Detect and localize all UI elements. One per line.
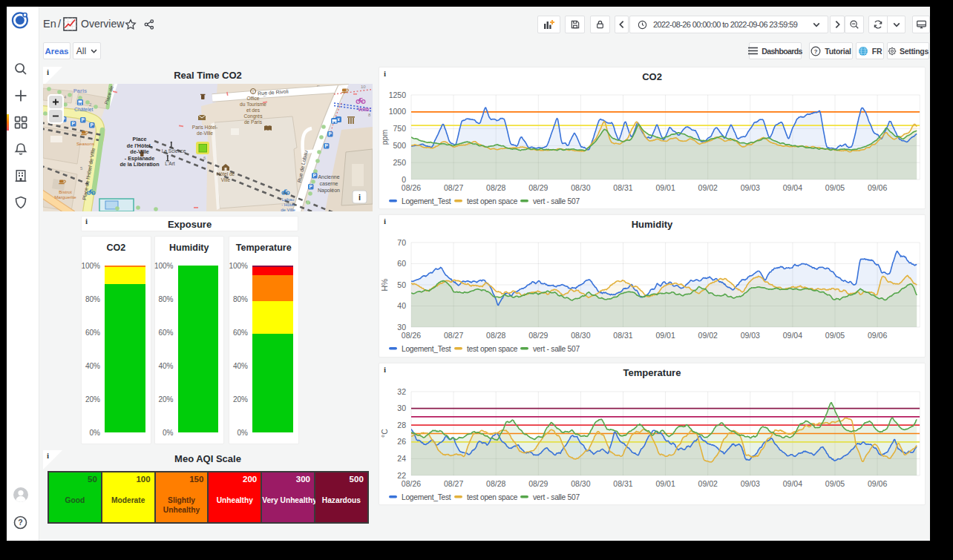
svg-text:750: 750 <box>393 124 406 133</box>
svg-text:09/05: 09/05 <box>825 479 845 488</box>
svg-text:08/26: 08/26 <box>402 479 421 488</box>
svg-text:0: 0 <box>402 175 406 184</box>
svg-text:26: 26 <box>397 437 406 446</box>
svg-text:ppm: ppm <box>380 130 389 145</box>
svg-text:P: P <box>313 173 317 178</box>
svg-text:08/27: 08/27 <box>444 183 463 192</box>
svg-text:?: ? <box>18 518 22 527</box>
svg-text:test open space: test open space <box>467 197 518 205</box>
svg-text:250: 250 <box>393 158 406 167</box>
svg-text:08/26: 08/26 <box>402 331 421 340</box>
svg-text:de-Ville: de-Ville <box>197 131 213 136</box>
svg-text:i: i <box>358 193 361 202</box>
svg-text:vert - salle 507: vert - salle 507 <box>533 197 580 205</box>
svg-text:vert - salle 507: vert - salle 507 <box>533 493 580 501</box>
svg-text:P: P <box>325 143 329 148</box>
svg-text:09/04: 09/04 <box>783 183 802 192</box>
svg-text:test open space: test open space <box>467 493 518 501</box>
svg-text:Logement_Test: Logement_Test <box>402 197 451 205</box>
svg-text:Ville: Ville <box>221 177 231 182</box>
svg-text:P: P <box>91 122 94 128</box>
svg-text:Congrès: Congrès <box>244 113 263 119</box>
svg-text:←: ← <box>316 84 321 88</box>
svg-text:test open space: test open space <box>467 345 518 353</box>
svg-text:Paris Hôtel-: Paris Hôtel- <box>192 125 217 130</box>
svg-text:Office: Office <box>246 96 259 101</box>
svg-text:09/03: 09/03 <box>741 331 760 340</box>
svg-text:08/28: 08/28 <box>486 183 505 192</box>
svg-text:de la Libération: de la Libération <box>119 161 159 168</box>
svg-text:08/31: 08/31 <box>613 331 632 340</box>
svg-text:?: ? <box>814 47 818 54</box>
svg-text:08/31: 08/31 <box>613 183 632 192</box>
svg-text:70: 70 <box>397 238 406 247</box>
svg-text:08/30: 08/30 <box>571 331 590 340</box>
svg-text:Napoléon: Napoléon <box>318 188 340 194</box>
svg-text:09/01: 09/01 <box>655 183 675 192</box>
svg-text:P: P <box>72 121 76 126</box>
svg-text:22: 22 <box>397 471 406 480</box>
svg-text:08/26: 08/26 <box>402 183 421 192</box>
svg-text:09/05: 09/05 <box>825 183 845 192</box>
svg-text:40: 40 <box>397 301 406 310</box>
svg-text:Lobau: Lobau <box>282 197 295 202</box>
svg-text:08/29: 08/29 <box>528 183 548 192</box>
svg-text:08/28: 08/28 <box>486 479 505 488</box>
svg-text:du Tourisme: du Tourisme <box>240 102 266 107</box>
svg-text:Ancienne: Ancienne <box>318 174 339 179</box>
svg-text:Châtelet: Châtelet <box>74 107 93 112</box>
svg-text:Bistrot: Bistrot <box>59 189 72 194</box>
svg-text:P: P <box>82 117 85 122</box>
svg-text:←: ← <box>263 93 267 98</box>
svg-text:500: 500 <box>393 141 406 150</box>
svg-text:08/27: 08/27 <box>444 479 463 488</box>
svg-text:09/02: 09/02 <box>698 331 718 340</box>
svg-text:et des: et des <box>246 108 261 113</box>
svg-text:1250: 1250 <box>389 90 407 99</box>
svg-text:- Hôtel: - Hôtel <box>281 202 295 207</box>
svg-text:60: 60 <box>397 259 406 268</box>
svg-text:Seasons: Seasons <box>76 141 94 146</box>
svg-text:08/31: 08/31 <box>613 479 632 488</box>
svg-text:09/02: 09/02 <box>698 479 718 488</box>
svg-text:08/29: 08/29 <box>528 479 548 488</box>
svg-text:°C: °C <box>380 429 389 438</box>
svg-text:08/30: 08/30 <box>571 183 590 192</box>
svg-text:09/04: 09/04 <box>783 479 802 488</box>
svg-text:09/06: 09/06 <box>868 331 887 340</box>
svg-text:09/03: 09/03 <box>741 479 760 488</box>
svg-text:09/01: 09/01 <box>655 331 675 340</box>
svg-text:Velib': Velib' <box>358 107 370 112</box>
svg-text:L'Art: L'Art <box>165 161 175 166</box>
svg-text:1000: 1000 <box>389 107 407 116</box>
svg-text:24: 24 <box>397 454 406 463</box>
svg-text:caserne: caserne <box>320 181 338 186</box>
svg-text:08/28: 08/28 <box>486 331 505 340</box>
svg-text:30: 30 <box>397 403 406 412</box>
svg-text:30: 30 <box>397 323 406 332</box>
svg-text:10: 10 <box>361 85 366 89</box>
svg-text:La Science: La Science <box>162 148 186 154</box>
svg-text:28: 28 <box>397 421 406 429</box>
svg-text:P: P <box>310 184 313 189</box>
svg-text:de Paris: de Paris <box>244 119 263 125</box>
svg-text:Paris: Paris <box>73 88 87 94</box>
svg-text:i: i <box>252 90 253 94</box>
svg-text:09/06: 09/06 <box>868 183 887 192</box>
svg-text:Marguerite: Marguerite <box>54 194 76 200</box>
svg-text:09/04: 09/04 <box>783 331 802 340</box>
svg-text:08/29: 08/29 <box>528 331 548 340</box>
svg-text:Logement_Test: Logement_Test <box>402 493 451 501</box>
svg-text:09/01: 09/01 <box>655 479 675 488</box>
svg-text:de Ville: de Ville <box>281 208 295 211</box>
svg-text:Logement_Test: Logement_Test <box>402 345 451 353</box>
svg-text:09/06: 09/06 <box>868 479 887 488</box>
svg-text:08/27: 08/27 <box>444 331 463 340</box>
svg-text:vert - salle 507: vert - salle 507 <box>533 345 580 353</box>
svg-text:09/02: 09/02 <box>698 183 718 192</box>
svg-text:H%: H% <box>380 279 389 291</box>
svg-text:50: 50 <box>397 280 406 289</box>
svg-text:09/05: 09/05 <box>825 331 845 340</box>
svg-text:09/03: 09/03 <box>741 183 760 192</box>
svg-text:32: 32 <box>397 387 406 396</box>
